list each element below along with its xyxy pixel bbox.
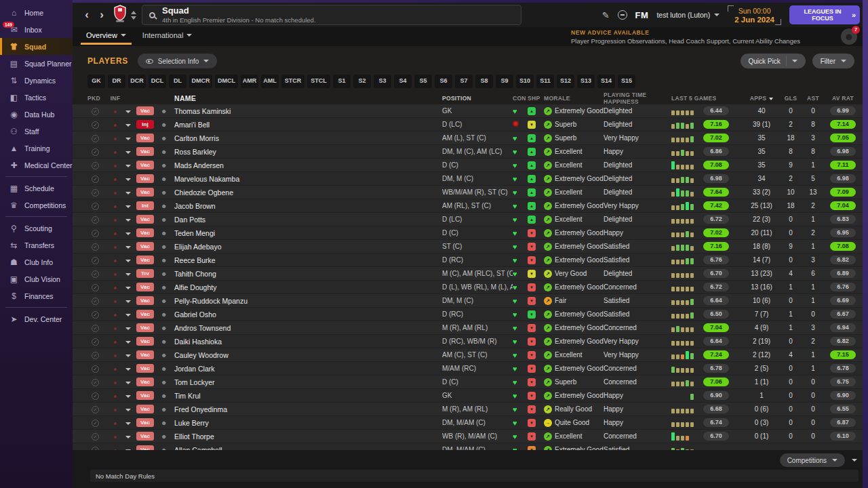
- row-expand[interactable]: [123, 148, 136, 155]
- row-expand[interactable]: [123, 256, 136, 264]
- picked-checkbox[interactable]: ✓: [92, 121, 99, 129]
- sidebar-item-data-hub[interactable]: ◉Data Hub: [0, 106, 73, 123]
- table-row[interactable]: ✓Vac☻Elliot ThorpeWB (R), M/AM (C)♥▼↗Exc…: [73, 430, 868, 443]
- competitions-dropdown[interactable]: Competitions: [780, 453, 845, 467]
- col-playing-time-happiness[interactable]: PLAYING TIME HAPPINESS: [604, 92, 671, 105]
- picked-checkbox[interactable]: ✓: [92, 108, 99, 115]
- table-row[interactable]: ✓Vac☻Jordan ClarkM/AM (RC)♥▼↗Extremely G…: [73, 362, 868, 375]
- col-ast[interactable]: AST: [802, 95, 825, 102]
- player-name[interactable]: Gabriel Osho: [174, 310, 442, 319]
- quick-pick-button[interactable]: Quick Pick: [741, 54, 806, 68]
- row-expand[interactable]: [123, 338, 136, 345]
- col-position[interactable]: POSITION: [442, 95, 513, 102]
- picked-checkbox[interactable]: ✓: [92, 148, 99, 156]
- picked-checkbox[interactable]: ✓: [92, 392, 99, 400]
- table-row[interactable]: ✓Vac☻Cauley WoodrowAM (C), ST (C)♥▼↗Exce…: [73, 348, 868, 362]
- row-expand[interactable]: [123, 243, 136, 250]
- picked-checkbox[interactable]: ✓: [92, 176, 99, 183]
- table-row[interactable]: ✓Vac☻Allan CampbellDM, M/AM (C)♥▼↗Extrem…: [73, 443, 868, 450]
- nav-back-button[interactable]: ‹: [79, 8, 94, 22]
- advice-notification[interactable]: NEW ADVICE AVAILABLE Player Progression …: [571, 29, 800, 45]
- row-expand[interactable]: [123, 216, 136, 223]
- continue-date-button[interactable]: Sun 00:00 2 Jun 2024: [728, 5, 781, 25]
- row-expand[interactable]: [123, 175, 136, 182]
- player-name[interactable]: Luke Berry: [174, 419, 442, 427]
- col-morale[interactable]: MORALE: [544, 95, 604, 102]
- sidebar-item-dev-center[interactable]: ➤Dev. Center: [0, 310, 73, 327]
- player-name[interactable]: Cauley Woodrow: [174, 351, 442, 359]
- picked-checkbox[interactable]: ✓: [92, 420, 99, 427]
- position-tab-dcl[interactable]: DCL: [149, 75, 166, 88]
- picked-checkbox[interactable]: ✓: [92, 189, 99, 197]
- sidebar-item-finances[interactable]: $Finances: [0, 287, 73, 304]
- player-name[interactable]: Tom Lockyer: [174, 378, 442, 386]
- position-tab-dcr[interactable]: DCR: [128, 75, 146, 88]
- row-expand[interactable]: [123, 270, 136, 277]
- picked-checkbox[interactable]: ✓: [92, 325, 99, 332]
- player-name[interactable]: Marvelous Nakamba: [174, 175, 442, 183]
- player-name[interactable]: Andros Townsend: [174, 324, 442, 332]
- player-name[interactable]: Tahith Chong: [174, 270, 442, 278]
- table-row[interactable]: ✓Vac☻Ross BarkleyDM, M (C), AM (LC)♥▲↗Ex…: [73, 145, 868, 159]
- position-tab-s10[interactable]: S10: [516, 75, 534, 88]
- position-tab-s15[interactable]: S15: [618, 75, 635, 88]
- position-tab-dmcl[interactable]: DMCL: [215, 75, 238, 88]
- row-expand[interactable]: [123, 432, 136, 440]
- team-switch-chevrons[interactable]: [131, 11, 136, 20]
- manager-dropdown[interactable]: test luton (Luton): [656, 11, 719, 19]
- sidebar-item-transfers[interactable]: ⇆Transfers: [0, 237, 73, 253]
- row-expand[interactable]: [123, 419, 136, 426]
- player-name[interactable]: Jacob Brown: [174, 202, 442, 210]
- player-name[interactable]: Fred Onyedinma: [174, 405, 442, 413]
- sidebar-item-squad[interactable]: Squad: [0, 38, 73, 55]
- position-tab-dr[interactable]: DR: [108, 75, 125, 88]
- table-row[interactable]: ✓Int☻Jacob BrownAM (RL), ST (C)♥▲↗Extrem…: [73, 199, 868, 213]
- sidebar-item-training[interactable]: ▲Training: [0, 140, 73, 157]
- player-name[interactable]: Tim Krul: [174, 392, 442, 400]
- selection-info-dropdown[interactable]: Selection Info: [138, 54, 218, 68]
- col-shp[interactable]: SHP: [528, 95, 544, 102]
- row-expand[interactable]: [123, 121, 136, 128]
- player-name[interactable]: Elliot Thorpe: [174, 432, 442, 441]
- row-expand[interactable]: [123, 161, 136, 169]
- row-expand[interactable]: [123, 107, 136, 115]
- picked-checkbox[interactable]: ✓: [92, 284, 99, 291]
- position-tab-stcr[interactable]: STCR: [281, 75, 304, 88]
- picked-checkbox[interactable]: ✓: [92, 338, 99, 346]
- table-row[interactable]: ✓Vac☻Marvelous NakambaDM, M (C)♥▲↗Extrem…: [73, 172, 868, 186]
- position-tab-s3[interactable]: S3: [374, 75, 391, 88]
- table-row[interactable]: ✓Vac☻Tom LockyerD (C)♥▼↗SuperbConcerned7…: [73, 375, 868, 389]
- position-tab-dl[interactable]: DL: [169, 75, 186, 88]
- picked-checkbox[interactable]: ✓: [92, 365, 99, 373]
- player-name[interactable]: Mads Andersen: [174, 161, 442, 169]
- table-row[interactable]: ✓Vac☻Teden MengiD (C)♥▼↗Extremely GoodHa…: [73, 226, 868, 240]
- row-expand[interactable]: [123, 229, 136, 237]
- col-name[interactable]: NAME: [174, 94, 442, 102]
- sidebar-item-scouting[interactable]: ⚲Scouting: [0, 220, 73, 237]
- player-name[interactable]: Elijah Adebayo: [174, 243, 442, 251]
- row-expand[interactable]: [123, 310, 136, 318]
- filter-button[interactable]: Filter: [812, 54, 854, 68]
- table-row[interactable]: ✓Trv☻Tahith ChongM (C), AM (RLC), ST (C)…: [73, 267, 868, 281]
- sidebar-item-club-vision[interactable]: ▣Club Vision: [0, 270, 73, 287]
- table-row[interactable]: ✓Vac☻Elijah AdebayoST (C)♥▼↗Extremely Go…: [73, 240, 868, 253]
- position-tab-gk[interactable]: GK: [87, 75, 105, 88]
- position-tab-s13[interactable]: S13: [577, 75, 595, 88]
- row-expand[interactable]: [123, 392, 136, 399]
- player-name[interactable]: Daiki Hashioka: [174, 338, 442, 346]
- row-expand[interactable]: [123, 202, 136, 209]
- nav-forward-button[interactable]: ›: [94, 8, 109, 22]
- player-name[interactable]: Teden Mengi: [174, 229, 442, 237]
- player-name[interactable]: Chiedozie Ogbene: [174, 188, 442, 197]
- picked-checkbox[interactable]: ✓: [92, 298, 99, 305]
- table-row[interactable]: ✓Vac☻Reece BurkeD (RC)♥▼↗Extremely GoodS…: [73, 253, 868, 267]
- picked-checkbox[interactable]: ✓: [92, 270, 99, 278]
- player-name[interactable]: Alfie Doughty: [174, 283, 442, 291]
- position-tab-s6[interactable]: S6: [435, 75, 452, 88]
- sidebar-item-squad-planner[interactable]: ▤Squad Planner: [0, 55, 73, 72]
- position-tab-amr[interactable]: AMR: [241, 75, 258, 88]
- player-name[interactable]: Amari'i Bell: [174, 121, 442, 129]
- col-inf[interactable]: INF: [108, 95, 123, 102]
- sidebar-item-club-info[interactable]: ☗Club Info: [0, 253, 73, 270]
- position-tab-s14[interactable]: S14: [597, 75, 615, 88]
